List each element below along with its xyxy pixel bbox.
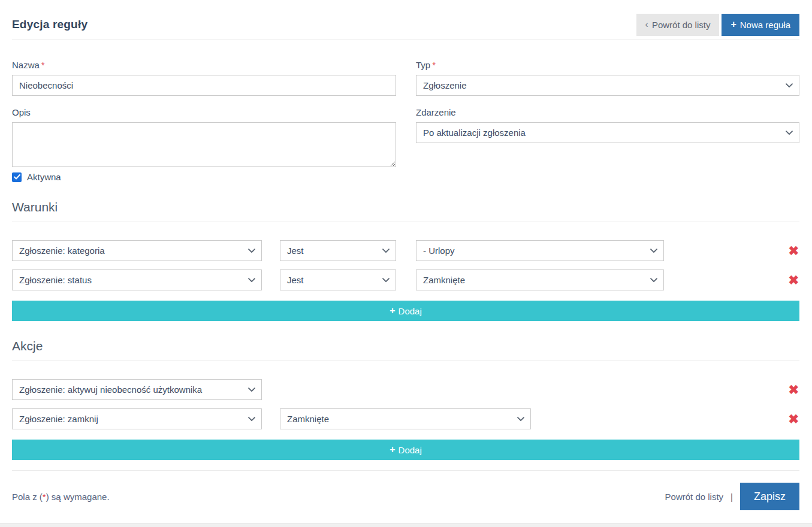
action-row: Zgłoszenie: aktywuj nieobecność użytkown… (12, 379, 799, 400)
form-footer: Pola z (*) są wymagane. Powrót do listy … (12, 470, 799, 510)
note-prefix: Pola z ( (12, 492, 43, 502)
condition-value-select[interactable]: Zamknięte (416, 269, 664, 290)
note-suffix: ) są wymagane. (46, 492, 110, 502)
condition-field-select-wrap: Zgłoszenie: kategoria (12, 240, 262, 261)
action-value-select-wrap: Zamknięte (280, 408, 531, 429)
page-title: Edycja reguły (12, 18, 87, 31)
event-select[interactable]: Po aktualizacji zgłoszenia (416, 122, 799, 143)
delete-row-button[interactable]: ✖ (787, 244, 799, 257)
back-to-list-button[interactable]: ‹ Powrót do listy (636, 14, 720, 36)
delete-x-icon: ✖ (788, 244, 799, 258)
back-to-list-label: Powrót do listy (652, 20, 711, 30)
save-button[interactable]: Zapisz (740, 483, 799, 510)
condition-field-select-wrap: Zgłoszenie: status (12, 269, 262, 290)
description-label: Opis (12, 107, 396, 117)
delete-x-icon: ✖ (788, 383, 799, 396)
action-field-select[interactable]: Zgłoszenie: zamknij (12, 408, 262, 429)
rule-edit-panel: Edycja reguły ‹ Powrót do listy + Nowa r… (0, 0, 812, 524)
description-textarea[interactable] (12, 122, 396, 167)
condition-value-select[interactable]: - Urlopy (416, 240, 664, 261)
add-action-label: Dodaj (399, 445, 422, 455)
actions-heading: Akcje (12, 339, 799, 361)
action-row: Zgłoszenie: zamknij Zamknięte ✖ (12, 408, 799, 429)
new-rule-label: Nowa reguła (740, 20, 790, 30)
type-label-text: Typ (416, 60, 430, 70)
add-condition-button[interactable]: + Dodaj (12, 301, 799, 321)
plus-icon: + (731, 19, 736, 30)
active-checkbox[interactable] (12, 172, 22, 182)
condition-operator-select-wrap: Jest (280, 269, 396, 290)
action-field-select[interactable]: Zgłoszenie: aktywuj nieobecność użytkown… (12, 379, 262, 400)
type-label: Typ* (416, 60, 799, 70)
condition-value-select-wrap: Zamknięte (416, 269, 664, 290)
action-value-select[interactable]: Zamknięte (280, 408, 531, 429)
plus-icon: + (390, 305, 395, 316)
add-action-button[interactable]: + Dodaj (12, 440, 799, 460)
name-field-group: Nazwa* (12, 60, 396, 96)
conditions-heading: Warunki (12, 200, 799, 222)
action-field-select-wrap: Zgłoszenie: aktywuj nieobecność użytkown… (12, 379, 262, 400)
condition-field-select[interactable]: Zgłoszenie: status (12, 269, 262, 290)
condition-operator-select-wrap: Jest (280, 240, 396, 261)
page-header: Edycja reguły ‹ Powrót do listy + Nowa r… (12, 0, 799, 40)
active-checkbox-row: Aktywna (12, 172, 396, 182)
event-field-group: Zdarzenie Po aktualizacji zgłoszenia (416, 107, 799, 182)
header-buttons: ‹ Powrót do listy + Nowa reguła (636, 14, 799, 36)
action-field-select-wrap: Zgłoszenie: zamknij (12, 408, 262, 429)
required-asterisk: * (432, 60, 436, 70)
footer-actions: Powrót do listy | Zapisz (665, 483, 799, 510)
rule-form: Nazwa* Typ* Zgłoszenie Opis (12, 60, 799, 182)
delete-x-icon: ✖ (788, 412, 799, 426)
condition-field-select[interactable]: Zgłoszenie: kategoria (12, 240, 262, 261)
name-label: Nazwa* (12, 60, 396, 70)
plus-icon: + (390, 444, 395, 455)
delete-row-button[interactable]: ✖ (787, 413, 799, 425)
actions-rows: Zgłoszenie: aktywuj nieobecność użytkown… (12, 379, 799, 460)
back-to-list-link[interactable]: Powrót do listy (665, 492, 724, 502)
description-field-group: Opis Aktywna (12, 107, 396, 182)
active-checkbox-label: Aktywna (27, 172, 61, 182)
required-fields-note: Pola z (*) są wymagane. (12, 492, 110, 502)
condition-value-select-wrap: - Urlopy (416, 240, 664, 261)
type-select-wrap: Zgłoszenie (416, 75, 799, 96)
delete-x-icon: ✖ (788, 273, 799, 287)
type-field-group: Typ* Zgłoszenie (416, 60, 799, 96)
event-label: Zdarzenie (416, 107, 799, 117)
new-rule-button[interactable]: + Nowa reguła (722, 14, 799, 36)
event-select-wrap: Po aktualizacji zgłoszenia (416, 122, 799, 143)
name-label-text: Nazwa (12, 60, 40, 70)
chevron-left-icon: ‹ (645, 19, 648, 30)
condition-row: Zgłoszenie: status Jest Zamknięte ✖ (12, 269, 799, 290)
condition-operator-select[interactable]: Jest (280, 269, 396, 290)
conditions-rows: Zgłoszenie: kategoria Jest - Urlopy ✖ (12, 240, 799, 321)
add-condition-label: Dodaj (399, 306, 422, 316)
delete-row-button[interactable]: ✖ (787, 383, 799, 396)
required-asterisk: * (41, 60, 45, 70)
type-select[interactable]: Zgłoszenie (416, 75, 799, 96)
name-input[interactable] (12, 75, 396, 96)
separator: | (731, 492, 733, 502)
condition-operator-select[interactable]: Jest (280, 240, 396, 261)
condition-row: Zgłoszenie: kategoria Jest - Urlopy ✖ (12, 240, 799, 261)
delete-row-button[interactable]: ✖ (787, 274, 799, 286)
